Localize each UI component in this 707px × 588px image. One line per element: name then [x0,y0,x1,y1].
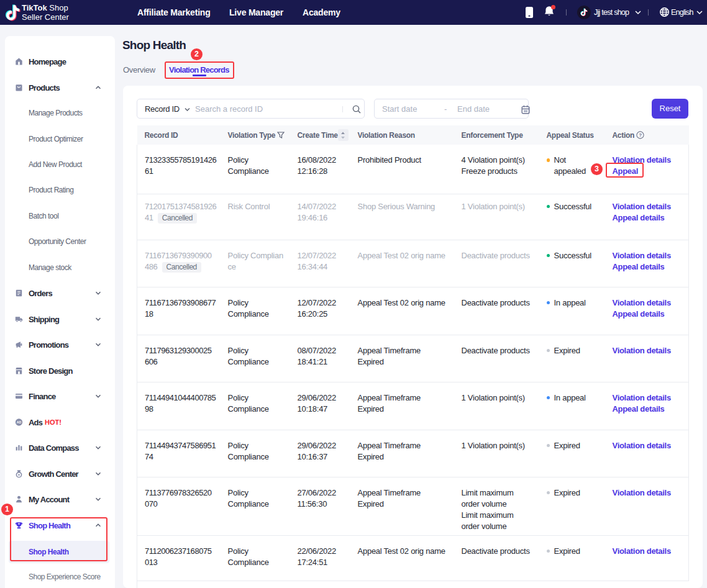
svg-text:AD: AD [17,420,22,424]
svg-text:?: ? [639,132,642,138]
